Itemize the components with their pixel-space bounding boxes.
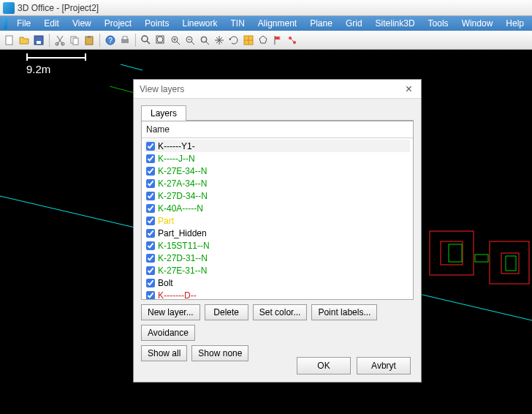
show-none-button[interactable]: Show none <box>191 345 248 361</box>
point-labels-button[interactable]: Point labels... <box>311 304 377 320</box>
rotate-icon[interactable] <box>227 34 240 47</box>
zoom-window-icon[interactable] <box>198 34 211 47</box>
copy-icon[interactable] <box>68 34 81 47</box>
close-icon[interactable]: × <box>403 83 415 96</box>
menu-tin[interactable]: TIN <box>224 17 251 30</box>
layer-row[interactable]: Part_Hidden <box>145 227 410 239</box>
menu-sitelink3d[interactable]: Sitelink3D <box>369 17 422 30</box>
svg-rect-38 <box>441 241 463 265</box>
save-icon[interactable] <box>32 34 45 47</box>
layer-name: K-27D-31--N <box>158 253 208 263</box>
layer-name: Part <box>158 216 174 226</box>
layer-checkbox[interactable] <box>146 154 155 163</box>
svg-line-22 <box>191 42 194 45</box>
show-all-button[interactable]: Show all <box>141 345 187 361</box>
ok-button[interactable]: OK <box>297 357 351 375</box>
tab-layers[interactable]: Layers <box>141 105 186 121</box>
help-icon[interactable]: ? <box>104 34 117 47</box>
layer-row[interactable]: Bolt <box>145 276 410 289</box>
menu-alignment[interactable]: Alignment <box>251 17 303 30</box>
menu-project[interactable]: Project <box>98 17 138 30</box>
layer-checkbox[interactable] <box>146 204 155 213</box>
layer-name: K-27E-31--N <box>158 266 207 276</box>
view-layers-dialog: View layers × Layers Name K------Y1-K---… <box>133 79 422 383</box>
svg-point-3 <box>56 42 58 45</box>
menu-edit[interactable]: Edit <box>37 17 66 30</box>
layer-name: K-27A-34--N <box>158 178 207 189</box>
new-layer-button[interactable]: New layer... <box>141 304 200 320</box>
layer-checkbox[interactable] <box>146 241 155 250</box>
svg-rect-6 <box>73 38 78 45</box>
open-icon[interactable] <box>18 34 31 47</box>
menu-file[interactable]: File <box>10 17 37 30</box>
layer-name: K-27D-34--N <box>158 191 208 201</box>
svg-line-18 <box>177 42 180 45</box>
svg-rect-0 <box>6 36 12 45</box>
pan-icon[interactable] <box>213 34 226 47</box>
layer-row[interactable]: K-27E-34--N <box>145 165 410 177</box>
dialog-titlebar[interactable]: View layers × <box>134 80 421 99</box>
menu-grid[interactable]: Grid <box>339 17 369 30</box>
zoom-out-icon[interactable] <box>183 34 197 47</box>
zoom-in-icon[interactable] <box>169 34 182 47</box>
layer-name: K-27E-34--N <box>158 166 207 176</box>
find-icon[interactable] <box>140 34 153 47</box>
layer-checkbox[interactable] <box>146 291 155 300</box>
print-icon[interactable] <box>118 34 132 47</box>
set-color-button[interactable]: Set color... <box>253 304 308 320</box>
layer-checkbox[interactable] <box>146 192 155 200</box>
layer-name: K-15ST11--N <box>158 241 210 251</box>
cancel-button[interactable]: Avbryt <box>357 357 411 375</box>
new-icon[interactable] <box>3 34 16 47</box>
layer-row[interactable]: K-27A-34--N <box>145 177 410 189</box>
layer-row[interactable]: K-------D-- <box>145 289 410 299</box>
layer-row[interactable]: Part <box>145 214 410 227</box>
layer-row[interactable]: K-15ST11--N <box>145 239 410 252</box>
layer-checkbox[interactable] <box>146 266 155 275</box>
layer-row[interactable]: K-27D-31--N <box>145 252 410 264</box>
layer-checkbox[interactable] <box>146 217 155 225</box>
layer-row[interactable]: K-27E-31--N <box>145 264 410 276</box>
flag-icon[interactable] <box>271 34 284 47</box>
svg-point-13 <box>142 36 148 42</box>
menu-plane[interactable]: Plane <box>303 17 339 30</box>
window-title: 3D Office - [Project2] <box>18 3 99 13</box>
layer-checkbox[interactable] <box>146 142 155 151</box>
layer-checkbox[interactable] <box>146 229 155 238</box>
layer-checkbox[interactable] <box>146 279 155 287</box>
svg-rect-43 <box>475 255 488 262</box>
svg-line-14 <box>147 41 150 44</box>
layer-checkbox[interactable] <box>146 179 155 188</box>
layer-name: K-----J--N <box>158 154 195 164</box>
svg-rect-41 <box>449 244 462 262</box>
menu-points[interactable]: Points <box>138 17 175 30</box>
paste-icon[interactable] <box>83 34 96 47</box>
layer-row[interactable]: K-27D-34--N <box>145 189 410 202</box>
menu-help[interactable]: Help <box>499 17 531 30</box>
polygon-icon[interactable] <box>256 34 270 47</box>
measure-icon[interactable] <box>286 34 299 47</box>
svg-rect-2 <box>37 41 41 44</box>
cut-icon[interactable] <box>53 34 66 47</box>
menu-linework[interactable]: Linework <box>175 17 224 30</box>
delete-button[interactable]: Delete <box>205 304 248 320</box>
menubar-app-icon <box>3 18 7 29</box>
menu-bar: FileEditViewProjectPointsLineworkTINAlig… <box>0 16 532 31</box>
layer-checkbox[interactable] <box>146 254 155 263</box>
layer-row[interactable]: K-----J--N <box>145 152 410 165</box>
layer-name: K-40A-----N <box>158 203 203 214</box>
grid-icon[interactable] <box>242 34 255 47</box>
zoom-extents-icon[interactable] <box>154 34 167 47</box>
menu-window[interactable]: Window <box>455 17 500 30</box>
layer-row[interactable]: K-40A-----N <box>145 202 410 214</box>
title-bar: 3D Office - [Project2] <box>0 0 532 16</box>
layer-row[interactable]: K------Y1- <box>145 140 410 152</box>
layer-checkbox[interactable] <box>146 167 155 176</box>
layer-name: Part_Hidden <box>158 228 207 238</box>
column-header-name[interactable]: Name <box>142 121 413 138</box>
menu-view[interactable]: View <box>66 17 98 30</box>
avoidance-button[interactable]: Avoidance <box>141 325 195 341</box>
svg-line-33 <box>291 39 294 42</box>
svg-line-35 <box>121 64 142 70</box>
menu-tools[interactable]: Tools <box>422 17 455 30</box>
